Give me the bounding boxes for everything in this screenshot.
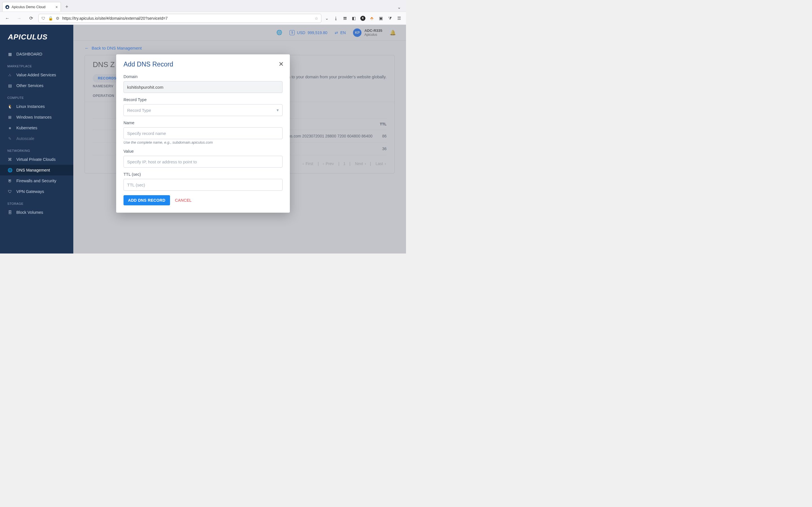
windows-icon: ⊞ xyxy=(7,115,12,119)
sidebar-item-dns[interactable]: 🌐 DNS Management xyxy=(0,165,73,175)
close-icon[interactable]: ✕ xyxy=(278,61,284,68)
grid-icon: ▤ xyxy=(7,83,12,88)
sidebar-item-label: Block Volumes xyxy=(16,210,43,215)
browser-tab[interactable]: ◆ Apiculus Demo Cloud × xyxy=(2,2,61,11)
sidebar-section-networking: NETWORKING xyxy=(0,144,73,154)
download-icon[interactable]: ⭳ xyxy=(333,16,338,21)
favicon-icon: ◆ xyxy=(5,5,9,9)
label-value: Value xyxy=(123,149,283,154)
sidebar-section-compute: COMPUTE xyxy=(0,91,73,101)
input-value[interactable] xyxy=(123,156,283,168)
select-placeholder: Record Type xyxy=(127,108,151,113)
nav-back-button[interactable]: ← xyxy=(3,14,12,23)
linux-icon: 🐧 xyxy=(7,104,12,109)
sidebar-item-label: Other Services xyxy=(16,83,43,88)
sidebar-item-kubernetes[interactable]: ⎈ Kubernetes xyxy=(0,122,73,133)
tab-title: Apiculus Demo Cloud xyxy=(11,5,45,9)
sidebar-item-autoscale[interactable]: ✎ Autoscale xyxy=(0,133,73,144)
sidebar-item-vas[interactable]: ⛬ Value Added Services xyxy=(0,69,73,80)
sidebar-item-label: Virtual Private Clouds xyxy=(16,157,56,162)
sidebar-item-dashboard[interactable]: ▦ DASHBOARD xyxy=(0,49,73,59)
sidebar-item-label: Windows Instances xyxy=(16,115,52,119)
metamask-icon[interactable]: ⬘ xyxy=(369,16,374,21)
permissions-icon: ⚙︎ xyxy=(56,16,59,20)
sidebar-icon[interactable]: ◧ xyxy=(351,16,356,21)
brand-logo: APICULUS xyxy=(0,30,73,49)
sidebar-item-vpn[interactable]: 🛡︎ VPN Gateways xyxy=(0,186,73,197)
extension-k-icon[interactable]: K xyxy=(360,16,365,21)
url-text: https://try.apiculus.io/site/#/domains/e… xyxy=(62,16,312,20)
field-ttl: TTL (sec) xyxy=(123,172,283,191)
autoscale-icon: ✎ xyxy=(7,136,12,141)
browser-tab-strip: ◆ Apiculus Demo Cloud × + ⌄ xyxy=(0,0,406,12)
modal-title: Add DNS Record xyxy=(123,61,283,68)
url-bar[interactable]: 🛡︎ 🔒 ⚙︎ https://try.apiculus.io/site/#/d… xyxy=(38,14,321,23)
select-record-type[interactable]: Record Type ▾ xyxy=(123,104,283,116)
add-dns-record-button[interactable]: ADD DNS RECORD xyxy=(123,195,170,205)
hamburger-menu-icon[interactable]: ☰ xyxy=(396,16,402,21)
hint-name: Use the complete name, e.g., subdomain.a… xyxy=(123,140,283,145)
shield-icon: 🛡︎ xyxy=(42,16,45,20)
sidebar-item-other[interactable]: ▤ Other Services xyxy=(0,80,73,91)
sidebar-item-label: Firewalls and Security xyxy=(16,179,56,183)
lock-icon: 🔒 xyxy=(48,16,53,20)
sidebar: APICULUS ▦ DASHBOARD MARKETPLACE ⛬ Value… xyxy=(0,25,73,253)
kubernetes-icon: ⎈ xyxy=(7,126,12,130)
library-icon[interactable]: 𝌆 xyxy=(342,16,347,21)
dashboard-icon: ▦ xyxy=(7,52,12,56)
label-name: Name xyxy=(123,121,283,125)
cancel-button[interactable]: CANCEL xyxy=(175,198,192,203)
sidebar-item-label: DNS Management xyxy=(16,168,50,172)
sidebar-item-label: Autoscale xyxy=(16,136,35,141)
field-record-type: Record Type Record Type ▾ xyxy=(123,98,283,116)
browser-toolbar: ← → ⟳ 🛡︎ 🔒 ⚙︎ https://try.apiculus.io/si… xyxy=(0,12,406,25)
globe-icon: 🌐 xyxy=(7,168,12,172)
label-record-type: Record Type xyxy=(123,98,283,102)
chevron-down-icon: ▾ xyxy=(276,108,279,113)
sidebar-item-block[interactable]: 🗄︎ Block Volumes xyxy=(0,207,73,218)
sidebar-item-label: Value Added Services xyxy=(16,73,56,77)
modal-actions: ADD DNS RECORD CANCEL xyxy=(123,195,283,205)
sidebar-section-storage: STORAGE xyxy=(0,197,73,207)
toolbar-right-icons: ⌄ ⭳ 𝌆 ◧ K ⬘ ▣ ⧩ ☰ xyxy=(324,16,403,21)
extensions-icon[interactable]: ⧩ xyxy=(388,16,393,21)
sidebar-item-label: VPN Gateways xyxy=(16,189,44,194)
sidebar-item-vpc[interactable]: ⌘ Virtual Private Clouds xyxy=(0,154,73,165)
close-tab-icon[interactable]: × xyxy=(56,5,58,9)
disk-icon: 🗄︎ xyxy=(7,210,12,215)
extension-crop-icon[interactable]: ▣ xyxy=(378,16,384,21)
sidebar-item-linux[interactable]: 🐧 Linux Instances xyxy=(0,101,73,112)
field-name: Name Use the complete name, e.g., subdom… xyxy=(123,121,283,145)
field-value: Value xyxy=(123,149,283,168)
shop-icon: ⛬ xyxy=(7,73,12,77)
nav-reload-button[interactable]: ⟳ xyxy=(27,14,36,23)
input-domain xyxy=(123,81,283,93)
nav-forward-button[interactable]: → xyxy=(15,14,24,23)
add-dns-record-modal: Add DNS Record ✕ Domain Record Type Reco… xyxy=(116,54,290,213)
label-ttl: TTL (sec) xyxy=(123,172,283,177)
network-icon: ⌘ xyxy=(7,157,12,162)
shield-icon: 🛡︎ xyxy=(7,189,12,194)
sidebar-item-firewalls[interactable]: ⛨ Firewalls and Security xyxy=(0,175,73,186)
field-domain: Domain xyxy=(123,74,283,93)
pocket-icon[interactable]: ⌄ xyxy=(324,16,329,21)
new-tab-button[interactable]: + xyxy=(63,3,71,11)
input-ttl[interactable] xyxy=(123,179,283,191)
firewall-icon: ⛨ xyxy=(7,179,12,183)
input-name[interactable] xyxy=(123,127,283,139)
sidebar-item-label: Linux Instances xyxy=(16,104,45,109)
sidebar-item-windows[interactable]: ⊞ Windows Instances xyxy=(0,112,73,122)
sidebar-item-label: DASHBOARD xyxy=(16,52,42,56)
bookmark-star-icon[interactable]: ☆ xyxy=(315,16,318,20)
tab-overflow-icon[interactable]: ⌄ xyxy=(395,3,404,11)
label-domain: Domain xyxy=(123,74,283,79)
sidebar-section-marketplace: MARKETPLACE xyxy=(0,59,73,69)
sidebar-item-label: Kubernetes xyxy=(16,126,37,130)
